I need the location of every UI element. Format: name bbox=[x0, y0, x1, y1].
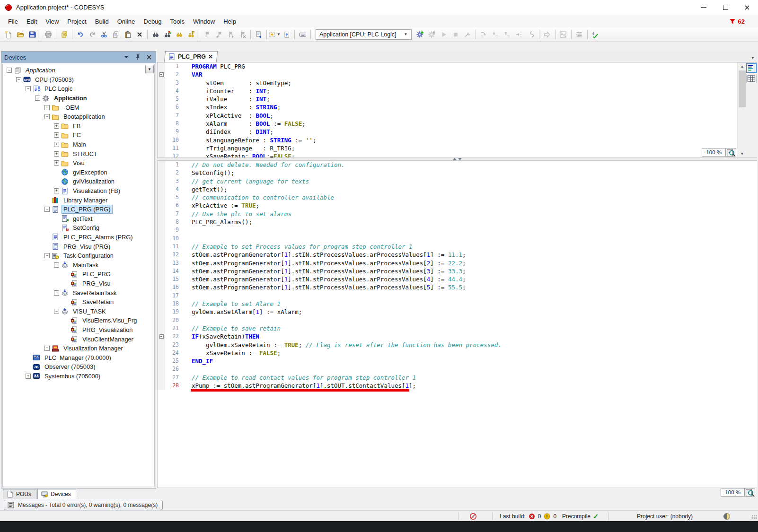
collapse-icon[interactable]: − bbox=[7, 68, 12, 73]
code-line-1[interactable]: 1// Do not delete. Needed for configurat… bbox=[158, 161, 757, 169]
code-line-10[interactable]: 10 sLanguageBefore : STRING := ''; bbox=[158, 136, 737, 144]
tree-item-visuclientmanager[interactable]: VisuClientManager bbox=[3, 334, 154, 344]
declaration-editor[interactable]: 1PROGRAM PLC_PRG−2VAR3 stOem : stOemType… bbox=[157, 62, 737, 157]
find-button[interactable] bbox=[150, 29, 161, 40]
editor-splitter[interactable] bbox=[157, 157, 757, 161]
display-mode-button[interactable] bbox=[573, 29, 585, 40]
bookmark-toggle-button[interactable] bbox=[201, 29, 213, 40]
active-application-combo[interactable]: Application [CPU: PLC Logic]▼ bbox=[316, 29, 412, 40]
expand-icon[interactable]: + bbox=[54, 160, 59, 166]
tree-item-bootapplication[interactable]: −Bootapplication bbox=[3, 112, 154, 122]
code-line-3[interactable]: 3// get current language for texts bbox=[158, 177, 757, 185]
tree-item-systembus-705000[interactable]: +Systembus (705000) bbox=[3, 372, 154, 381]
tree-item-plc-prg-prg[interactable]: −PLC_PRG (PRG) bbox=[3, 205, 154, 214]
code-line-26[interactable]: 26 bbox=[158, 365, 757, 373]
close-button[interactable] bbox=[736, 0, 758, 15]
delete-button[interactable] bbox=[133, 29, 145, 40]
tree-item-visualization-manager[interactable]: +Visualization Manager bbox=[3, 344, 154, 353]
resize-grip[interactable] bbox=[751, 515, 757, 519]
collapse-icon[interactable]: − bbox=[54, 262, 59, 268]
code-line-11[interactable]: 11// Example to set Process values for p… bbox=[158, 243, 757, 251]
menu-project[interactable]: Project bbox=[63, 16, 90, 27]
tree-item-saveretain[interactable]: SaveRetain bbox=[3, 297, 154, 307]
tree-item-library-manager[interactable]: Library Manager bbox=[3, 195, 154, 205]
code-line-18[interactable]: 18// Example to set Alarm 1 bbox=[158, 300, 757, 308]
collapse-icon[interactable]: − bbox=[44, 253, 50, 258]
maximize-button[interactable] bbox=[714, 0, 736, 15]
tree-item-observer-705003[interactable]: Observer (705003) bbox=[3, 362, 154, 372]
tree-item-visualization-fb[interactable]: +Visualization (FB) bbox=[3, 186, 154, 196]
tree-item-plc-prg[interactable]: PLC_PRG bbox=[3, 270, 154, 279]
collapse-icon[interactable]: − bbox=[35, 96, 40, 101]
code-line-5[interactable]: 5// communication to controller availabl… bbox=[158, 193, 757, 201]
new-object-button[interactable]: ▼ bbox=[269, 29, 281, 40]
code-line-11[interactable]: 11 rTrigLanguage : R_TRIG; bbox=[158, 144, 737, 152]
collapse-icon[interactable]: − bbox=[16, 77, 21, 82]
open-file-button[interactable] bbox=[14, 29, 26, 40]
collapse-icon[interactable]: − bbox=[54, 290, 59, 296]
code-line-7[interactable]: 7// Use the plc to set alarms bbox=[158, 210, 757, 218]
code-line-19[interactable]: 19gvlOem.axSetAlarm[1] := xAlarm; bbox=[158, 308, 757, 316]
tree-item-gvlexception[interactable]: gvlException bbox=[3, 168, 154, 177]
undo-button[interactable] bbox=[74, 29, 86, 40]
show-next-statement-button[interactable] bbox=[525, 29, 537, 40]
expand-icon[interactable]: + bbox=[54, 132, 59, 138]
tree-item-fb[interactable]: +FB bbox=[3, 122, 154, 131]
code-line-2[interactable]: 2SetConfig(); bbox=[158, 169, 757, 177]
tree-item-task-configuration[interactable]: −Task Configuration bbox=[3, 251, 154, 261]
redo-button[interactable] bbox=[86, 29, 98, 40]
login-button[interactable] bbox=[414, 29, 426, 40]
minimize-button[interactable] bbox=[693, 0, 714, 15]
start-button[interactable] bbox=[438, 29, 450, 40]
code-line-23[interactable]: 23 gvlOem.xSaveRetain := TRUE; // Flag i… bbox=[158, 341, 757, 349]
implementation-editor[interactable]: 1// Do not delete. Needed for configurat… bbox=[157, 161, 757, 488]
flow-control-button[interactable] bbox=[557, 29, 569, 40]
tree-item-plc-prg-alarms-prg[interactable]: PLC_PRG_Alarms (PRG) bbox=[3, 233, 154, 242]
code-line-21[interactable]: 21// Example to save retain bbox=[158, 324, 757, 332]
step-out-button[interactable] bbox=[502, 29, 513, 40]
upload-button[interactable] bbox=[281, 29, 292, 40]
code-line-24[interactable]: 24 xSaveRetain := FALSE; bbox=[158, 349, 757, 357]
collapse-icon[interactable]: − bbox=[26, 86, 31, 91]
code-line-14[interactable]: 14stOem.astProgramGenerator[1].stIN.stPr… bbox=[158, 267, 757, 275]
replace-button[interactable] bbox=[161, 29, 173, 40]
code-line-28[interactable]: 28xPump := stOem.astProgramGenerator[1].… bbox=[158, 382, 757, 390]
collapse-icon[interactable]: − bbox=[54, 309, 59, 314]
precompile-message-filter[interactable]: 62 bbox=[729, 17, 758, 25]
tree-item-application[interactable]: −Application bbox=[3, 94, 154, 103]
tree-item-cpu-705003[interactable]: −CPUCPU (705003) bbox=[3, 75, 154, 85]
tab-plc-prg[interactable]: PLC_PRG ✕ bbox=[164, 51, 218, 62]
code-line-6[interactable]: 6xPlcActive := TRUE; bbox=[158, 201, 757, 209]
code-line-27[interactable]: 27// Example to read contact values for … bbox=[158, 374, 757, 382]
tabular-view-button[interactable] bbox=[746, 74, 757, 83]
tree-item-application[interactable]: −Application bbox=[3, 66, 154, 75]
expand-icon[interactable]: + bbox=[54, 123, 59, 129]
fold-toggle-icon[interactable]: − bbox=[159, 334, 164, 339]
stop-button[interactable] bbox=[450, 29, 462, 40]
code-line-8[interactable]: 8PLC_PRG_Alarms(); bbox=[158, 218, 757, 226]
code-line-10[interactable]: 10 bbox=[158, 235, 757, 243]
zoom-magnifier-icon[interactable] bbox=[745, 488, 755, 497]
tree-item-prg-visu-prg[interactable]: PRG_Visu (PRG) bbox=[3, 242, 154, 251]
bookmark-prev-button[interactable] bbox=[213, 29, 225, 40]
code-line-6[interactable]: 6 sIndex : STRING; bbox=[158, 103, 737, 111]
declaration-scrollbar[interactable]: ▲ ▼ bbox=[738, 62, 746, 157]
fold-toggle-icon[interactable]: − bbox=[159, 72, 164, 77]
build-button[interactable] bbox=[590, 29, 601, 40]
tree-dropdown-button[interactable]: ▼ bbox=[145, 65, 154, 73]
code-line-25[interactable]: 25END_IF bbox=[158, 357, 757, 365]
run-to-cursor-button[interactable] bbox=[541, 29, 553, 40]
code-line-7[interactable]: 7 xPlcActive : BOOL; bbox=[158, 112, 737, 120]
code-line-5[interactable]: 5 iValue : INT; bbox=[158, 95, 737, 103]
code-line-12[interactable]: 12stOem.astProgramGenerator[1].stIN.stPr… bbox=[158, 251, 757, 259]
input-assistant-button[interactable] bbox=[297, 29, 308, 40]
scrollbar-thumb[interactable] bbox=[739, 70, 746, 107]
code-line-4[interactable]: 4 iCounter : INT; bbox=[158, 87, 737, 95]
menu-build[interactable]: Build bbox=[91, 16, 113, 27]
bookmark-next-button[interactable] bbox=[225, 29, 237, 40]
implementation-zoom-value[interactable]: 100 % bbox=[721, 488, 745, 497]
messages-status[interactable]: Messages - Total 0 error(s), 0 warning(s… bbox=[4, 500, 163, 510]
tree-item-plc-manager-70-0000[interactable]: PLCPLC_Manager (70.0000) bbox=[3, 353, 154, 362]
zoom-magnifier-icon[interactable] bbox=[726, 148, 736, 157]
logout-button[interactable] bbox=[426, 29, 438, 40]
